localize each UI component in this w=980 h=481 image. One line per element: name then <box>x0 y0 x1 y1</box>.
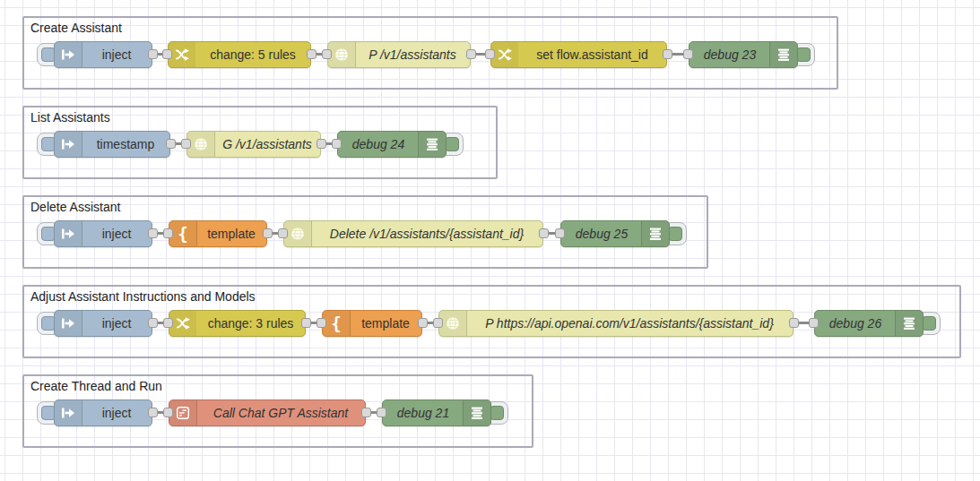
node-label: inject <box>102 47 132 62</box>
output-port[interactable] <box>301 318 311 328</box>
globe-icon <box>439 311 467 336</box>
node-label: inject <box>102 316 132 331</box>
node-http-request[interactable]: G /v1/assistants <box>186 131 321 158</box>
output-port[interactable] <box>317 139 326 149</box>
shuffle-icon <box>169 42 195 67</box>
curly-brace-icon: { <box>169 221 197 246</box>
node-inject[interactable]: inject <box>54 220 152 247</box>
node-label: debug 21 <box>397 406 449 420</box>
node-change[interactable]: change: 3 rules <box>169 310 306 337</box>
group-label: List Assistants <box>30 110 110 125</box>
chat-form-icon <box>169 400 197 425</box>
output-port[interactable] <box>539 228 549 238</box>
node-http-request[interactable]: P /v1/assistants <box>327 41 471 68</box>
node-inject[interactable]: timestamp <box>54 131 170 158</box>
node-http-request[interactable]: Delete /v1/assistants/{assistant_id} <box>283 220 543 247</box>
node-debug[interactable]: debug 21 <box>382 399 491 426</box>
input-port[interactable] <box>683 49 693 59</box>
globe-icon <box>328 42 356 67</box>
node-label: debug 25 <box>576 227 628 241</box>
output-port[interactable] <box>418 318 428 328</box>
shuffle-icon <box>169 311 196 336</box>
node-label: change: 3 rules <box>208 316 294 331</box>
debug-lines-icon <box>641 221 669 246</box>
inject-arrow-icon <box>55 42 82 67</box>
group-label: Adjust Assistant Instructions and Models <box>30 289 256 304</box>
node-label: set flow.assistant_id <box>536 47 648 62</box>
button-inner-square <box>922 316 936 331</box>
button-inner-square <box>445 137 459 151</box>
inject-arrow-icon <box>55 400 82 425</box>
input-port[interactable] <box>377 408 386 417</box>
input-port[interactable] <box>332 139 342 149</box>
node-label: debug 23 <box>704 47 756 62</box>
output-port[interactable] <box>263 228 273 238</box>
debug-lines-icon <box>463 400 490 425</box>
inject-arrow-icon <box>55 221 82 246</box>
button-inner-square <box>796 47 811 62</box>
node-label: P /v1/assistants <box>369 47 456 62</box>
node-debug[interactable]: debug 23 <box>689 41 798 68</box>
output-port[interactable] <box>166 139 176 149</box>
input-port[interactable] <box>163 408 173 417</box>
node-http-request[interactable]: P https://api.openai.com/v1/assistants/{… <box>438 310 794 337</box>
output-port[interactable] <box>663 49 672 59</box>
node-label: change: 5 rules <box>210 47 296 62</box>
output-port[interactable] <box>148 318 158 328</box>
node-label: debug 26 <box>829 316 881 331</box>
debug-lines-icon <box>769 42 797 67</box>
flow-canvas[interactable]: Create Assistantinjectchange: 5 rulesP /… <box>0 0 980 481</box>
output-port[interactable] <box>148 49 158 59</box>
globe-icon <box>284 221 312 246</box>
input-port[interactable] <box>163 318 173 328</box>
node-label: template <box>207 227 256 241</box>
node-label: P https://api.openai.com/v1/assistants/{… <box>485 316 774 331</box>
debug-lines-icon <box>895 311 923 336</box>
button-inner-square <box>668 227 682 241</box>
input-port[interactable] <box>433 318 443 328</box>
node-label: timestamp <box>97 137 155 151</box>
node-debug[interactable]: debug 26 <box>814 310 924 337</box>
node-inject[interactable]: inject <box>54 399 152 426</box>
node-label: G /v1/assistants <box>222 137 312 151</box>
input-port[interactable] <box>163 228 173 238</box>
node-change[interactable]: change: 5 rules <box>168 41 311 68</box>
node-openai[interactable]: Call Chat GPT Assistant <box>169 399 366 426</box>
globe-icon <box>187 132 215 157</box>
node-template[interactable]: {template <box>322 310 422 337</box>
node-label: inject <box>102 406 132 420</box>
node-inject[interactable]: inject <box>54 310 152 337</box>
node-debug[interactable]: debug 24 <box>337 131 447 158</box>
output-port[interactable] <box>466 49 476 59</box>
output-port[interactable] <box>148 408 158 417</box>
node-inject[interactable]: inject <box>54 41 152 68</box>
input-port[interactable] <box>322 49 332 59</box>
inject-arrow-icon <box>55 311 82 336</box>
node-label: Call Chat GPT Assistant <box>213 406 348 420</box>
node-template[interactable]: {template <box>169 220 267 247</box>
input-port[interactable] <box>162 49 172 59</box>
node-label: debug 24 <box>352 137 404 151</box>
node-change[interactable]: set flow.assistant_id <box>490 41 667 68</box>
input-port[interactable] <box>181 139 191 149</box>
input-port[interactable] <box>278 228 288 238</box>
input-port[interactable] <box>555 228 565 238</box>
output-port[interactable] <box>148 228 158 238</box>
input-port[interactable] <box>317 318 326 328</box>
output-port[interactable] <box>361 408 371 417</box>
input-port[interactable] <box>485 49 495 59</box>
button-inner-square <box>490 406 504 420</box>
input-port[interactable] <box>809 318 819 328</box>
node-label: template <box>361 316 410 331</box>
shuffle-icon <box>491 42 518 67</box>
node-label: Delete /v1/assistants/{assistant_id} <box>330 227 524 241</box>
group-label: Create Thread and Run <box>30 379 162 393</box>
inject-arrow-icon <box>55 132 82 157</box>
group-label: Create Assistant <box>30 21 122 35</box>
output-port[interactable] <box>789 318 799 328</box>
node-debug[interactable]: debug 25 <box>560 220 670 247</box>
curly-brace-icon: { <box>323 311 351 336</box>
debug-lines-icon <box>418 132 446 157</box>
group-label: Delete Assistant <box>30 200 120 214</box>
output-port[interactable] <box>307 49 317 59</box>
